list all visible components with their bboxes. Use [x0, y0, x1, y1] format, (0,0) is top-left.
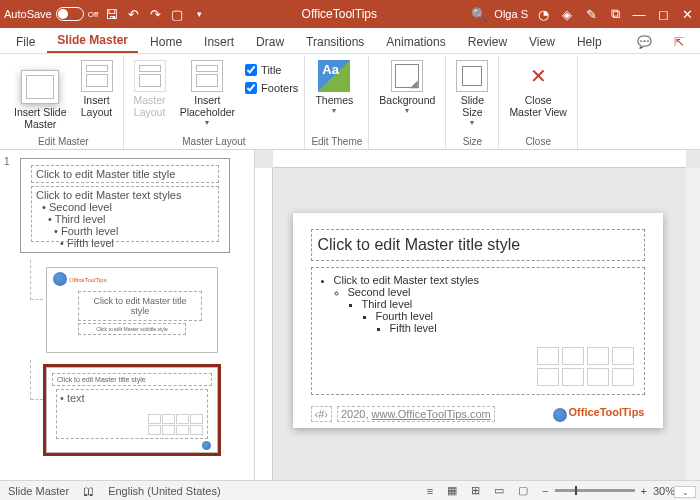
- themes-icon: [318, 60, 350, 92]
- slide-master-icon: [21, 70, 59, 104]
- horizontal-ruler[interactable]: [273, 150, 686, 168]
- layout-thumbnail-2[interactable]: Click to edit Master title style • text: [46, 367, 218, 453]
- autosave-label: AutoSave: [4, 8, 52, 20]
- ribbon-tabs: File Slide Master Home Insert Draw Trans…: [0, 28, 700, 54]
- master-number: 1: [4, 156, 10, 167]
- zoom-level[interactable]: 30%: [653, 485, 675, 497]
- background-button[interactable]: Background: [375, 58, 439, 117]
- slide-canvas[interactable]: Click to edit Master title style Click t…: [293, 213, 663, 428]
- insert-slide-master-button[interactable]: Insert Slide Master: [10, 58, 71, 132]
- slide-size-icon: [456, 60, 488, 92]
- autosave-toggle[interactable]: AutoSave Off: [4, 7, 98, 21]
- title-bar: AutoSave Off 🖫 ↶ ↷ ▢ ▾ OfficeToolTips 🔍 …: [0, 0, 700, 28]
- ribbon: Insert Slide Master Insert Layout Edit M…: [0, 54, 700, 150]
- placeholder-icon: [191, 60, 223, 92]
- comments-icon[interactable]: 💬: [627, 31, 662, 53]
- accessibility-icon[interactable]: 🕮: [83, 485, 94, 497]
- window-icon[interactable]: ⧉: [606, 5, 624, 23]
- zoom-slider[interactable]: [555, 489, 635, 492]
- insert-placeholder-button[interactable]: Insert Placeholder: [176, 58, 239, 129]
- close-icon: [522, 60, 554, 92]
- content-icons: [148, 414, 203, 435]
- slideshow-view-icon[interactable]: ▢: [518, 484, 528, 497]
- status-language[interactable]: English (United States): [108, 485, 221, 497]
- vertical-ruler[interactable]: [255, 168, 273, 480]
- save-icon[interactable]: 🖫: [102, 5, 120, 23]
- layout-icon: [81, 60, 113, 92]
- slide-size-button[interactable]: Slide Size: [452, 58, 492, 129]
- group-close: Close: [505, 134, 571, 149]
- group-size: Size: [452, 134, 492, 149]
- draw-icon[interactable]: ✎: [582, 5, 600, 23]
- logo-placeholder[interactable]: OfficeToolTips: [553, 406, 645, 421]
- group-edit-master: Edit Master: [10, 134, 117, 149]
- close-window-icon[interactable]: ✕: [678, 5, 696, 23]
- slideshow-icon[interactable]: ▢: [168, 5, 186, 23]
- thumb-logo-icon: OfficeToolTips: [53, 272, 107, 286]
- tab-home[interactable]: Home: [140, 31, 192, 53]
- diamond-icon[interactable]: ◈: [558, 5, 576, 23]
- master-layout-button: Master Layout: [130, 58, 170, 120]
- slide-editor[interactable]: Click to edit Master title style Click t…: [255, 150, 700, 480]
- notes-button[interactable]: ≡: [427, 485, 433, 497]
- search-icon[interactable]: 🔍: [470, 5, 488, 23]
- master-thumbnail[interactable]: Click to edit Master title style Click t…: [20, 158, 230, 253]
- document-title: OfficeToolTips: [208, 7, 470, 21]
- themes-button[interactable]: Themes: [311, 58, 357, 117]
- layout-thumbnail-1[interactable]: OfficeToolTips Click to edit Master titl…: [46, 267, 218, 353]
- undo-icon[interactable]: ↶: [124, 5, 142, 23]
- tab-view[interactable]: View: [519, 31, 565, 53]
- normal-view-icon[interactable]: ▦: [447, 484, 457, 497]
- body-placeholder[interactable]: Click to edit Master text styles Second …: [311, 267, 645, 395]
- zoom-out-icon[interactable]: −: [542, 485, 548, 497]
- zoom-control[interactable]: − + 30% ⛶: [542, 485, 692, 497]
- tab-transitions[interactable]: Transitions: [296, 31, 374, 53]
- status-bar: Slide Master 🕮 English (United States) ≡…: [0, 480, 700, 500]
- collapse-ribbon-button[interactable]: ⌄: [674, 486, 696, 498]
- workspace: 1 Click to edit Master title style Click…: [0, 150, 700, 480]
- tab-file[interactable]: File: [6, 31, 45, 53]
- redo-icon[interactable]: ↷: [146, 5, 164, 23]
- tab-insert[interactable]: Insert: [194, 31, 244, 53]
- footers-checkbox[interactable]: Footers: [245, 82, 298, 94]
- connector-line: [30, 360, 42, 400]
- reading-view-icon[interactable]: ▭: [494, 484, 504, 497]
- status-mode[interactable]: Slide Master: [8, 485, 69, 497]
- tab-slide-master[interactable]: Slide Master: [47, 29, 138, 53]
- footer-placeholder[interactable]: ‹#› 2020, www.OfficeToolTips.com: [311, 406, 498, 422]
- vertical-scrollbar[interactable]: [686, 168, 700, 480]
- background-icon: [391, 60, 423, 92]
- master-layout-icon: [134, 60, 166, 92]
- share-icon[interactable]: ⇱: [664, 31, 694, 53]
- thumb-logo-icon: [202, 438, 213, 450]
- tab-review[interactable]: Review: [458, 31, 517, 53]
- content-type-icons[interactable]: [537, 347, 634, 386]
- connector-line: [30, 260, 42, 300]
- toggle-switch[interactable]: [56, 7, 84, 21]
- group-background: [375, 134, 439, 149]
- title-checkbox[interactable]: Title: [245, 64, 298, 76]
- group-master-layout: Master Layout: [130, 134, 299, 149]
- tab-help[interactable]: Help: [567, 31, 612, 53]
- autosave-state: Off: [88, 10, 99, 19]
- tab-draw[interactable]: Draw: [246, 31, 294, 53]
- zoom-in-icon[interactable]: +: [641, 485, 647, 497]
- group-edit-theme: Edit Theme: [311, 134, 362, 149]
- tab-animations[interactable]: Animations: [376, 31, 455, 53]
- minimize-icon[interactable]: —: [630, 5, 648, 23]
- user-name[interactable]: Olga S: [494, 8, 528, 20]
- title-placeholder[interactable]: Click to edit Master title style: [311, 229, 645, 261]
- restore-icon[interactable]: ◻: [654, 5, 672, 23]
- sorter-view-icon[interactable]: ⊞: [471, 484, 480, 497]
- qat-dropdown-icon[interactable]: ▾: [190, 5, 208, 23]
- insert-layout-button[interactable]: Insert Layout: [77, 58, 117, 120]
- close-master-view-button[interactable]: Close Master View: [505, 58, 571, 120]
- user-avatar-icon[interactable]: ◔: [534, 5, 552, 23]
- thumbnail-panel[interactable]: 1 Click to edit Master title style Click…: [0, 150, 255, 480]
